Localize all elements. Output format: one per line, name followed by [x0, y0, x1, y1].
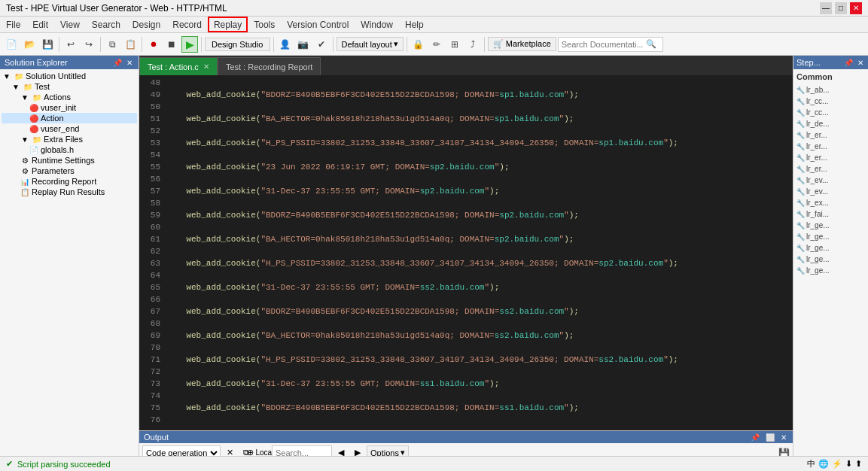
- output-search-input[interactable]: [272, 445, 332, 457]
- action-icon: 🔴: [29, 125, 39, 133]
- menu-record[interactable]: Record: [166, 17, 208, 32]
- output-header: Output 📌 ⬜ ✕: [139, 431, 793, 443]
- tb-sep-2: [100, 37, 101, 52]
- tb-default-layout-button[interactable]: Default layout ▾: [337, 37, 404, 51]
- step-item[interactable]: 🔧lr_er...: [796, 152, 865, 163]
- step-close-button[interactable]: ✕: [856, 59, 865, 67]
- step-item[interactable]: 🔧lr_ab...: [796, 84, 865, 96]
- se-close-button[interactable]: ✕: [125, 59, 134, 67]
- tb-grid-icon[interactable]: ⊞: [446, 36, 463, 53]
- menu-replay[interactable]: Replay: [208, 17, 248, 32]
- menu-edit[interactable]: Edit: [26, 17, 54, 32]
- tb-export-icon[interactable]: ⤴: [464, 36, 481, 53]
- tb-snapshot-button[interactable]: 📷: [295, 36, 312, 53]
- tb-save-button[interactable]: 💾: [39, 36, 56, 53]
- step-item[interactable]: 🔧lr_ev...: [796, 175, 865, 186]
- tb-redo-button[interactable]: ↪: [81, 36, 97, 53]
- maximize-button[interactable]: □: [835, 2, 847, 14]
- search-documentation-input[interactable]: [562, 40, 644, 49]
- menu-tools[interactable]: Tools: [248, 17, 281, 32]
- minimize-button[interactable]: —: [820, 2, 832, 14]
- step-panel-content: Common 🔧lr_ab... 🔧lr_cc... 🔧lr_cc... 🔧lr…: [793, 69, 868, 456]
- output-float-button[interactable]: ⬜: [764, 433, 776, 442]
- tb-pen-icon[interactable]: ✏: [428, 36, 445, 53]
- tb-record-start-button[interactable]: ⏺: [145, 36, 162, 53]
- output-search-prev-button[interactable]: ◀: [333, 445, 349, 457]
- step-item[interactable]: 🔧lr_ge...: [796, 220, 865, 231]
- output-options-button[interactable]: Options ▾: [367, 445, 409, 457]
- close-button[interactable]: ✕: [850, 2, 862, 14]
- step-label: lr_er...: [806, 153, 827, 162]
- tab-action-c[interactable]: Test : Action.c ✕: [139, 57, 218, 75]
- step-item[interactable]: 🔧lr_cc...: [796, 96, 865, 107]
- tb-sep-4: [201, 37, 202, 52]
- step-item[interactable]: 🔧lr_er...: [796, 141, 865, 152]
- tb-sep-1: [59, 37, 59, 52]
- output-pin-button[interactable]: 📌: [749, 433, 761, 442]
- menu-file[interactable]: File: [0, 17, 26, 32]
- step-item[interactable]: 🔧lr_ev...: [796, 186, 865, 197]
- step-item[interactable]: 🔧lr_ge...: [796, 231, 865, 242]
- output-close-button[interactable]: ✕: [779, 433, 788, 442]
- tb-checkmark-button[interactable]: ✔: [313, 36, 330, 53]
- step-pin-button[interactable]: 📌: [842, 59, 854, 67]
- tb-new-button[interactable]: 📄: [3, 36, 20, 53]
- tb-design-studio-button[interactable]: Design Studio: [205, 38, 270, 51]
- tb-lock-icon[interactable]: 🔒: [410, 36, 427, 53]
- output-save-button[interactable]: 💾: [778, 448, 790, 457]
- step-item[interactable]: 🔧lr_cc...: [796, 107, 865, 118]
- step-item[interactable]: 🔧lr_fai...: [796, 208, 865, 220]
- se-pin-button[interactable]: 📌: [111, 59, 123, 67]
- tree-item-actions[interactable]: ▼ 📁 Actions: [2, 92, 137, 102]
- step-item[interactable]: 🔧lr_ge...: [796, 265, 865, 276]
- tree-item-runtime-settings[interactable]: ⚙ Runtime Settings: [2, 155, 137, 166]
- tree-item-globals[interactable]: 📄 globals.h: [2, 144, 137, 155]
- menu-design[interactable]: Design: [126, 17, 166, 32]
- tree-item-replay-run-results[interactable]: 📋 Replay Run Results: [2, 187, 137, 197]
- tb-paste-button[interactable]: 📋: [122, 36, 139, 53]
- main-area: Solution Explorer 📌 ✕ ▼ 📁 Solution Untit…: [0, 56, 868, 456]
- output-search-next-button[interactable]: ▶: [350, 445, 365, 457]
- step-icon: 🔧: [796, 245, 805, 252]
- editor-area: Test : Action.c ✕ Test : Recording Repor…: [139, 56, 793, 430]
- tb-play-button[interactable]: ▶: [181, 36, 198, 53]
- step-item[interactable]: 🔧lr_ge...: [796, 254, 865, 265]
- code-line: 59 web_add_cookie("BDORZ=B490B5EBF6F3CD4…: [139, 211, 793, 223]
- tree-item-test[interactable]: ▼ 📁 Test: [2, 81, 137, 92]
- menu-window[interactable]: Window: [355, 17, 399, 32]
- output-locate-button[interactable]: ⊕ Locate: [255, 445, 270, 457]
- solution-explorer-panel: Solution Explorer 📌 ✕ ▼ 📁 Solution Untit…: [0, 56, 139, 456]
- tree-item-extra-files[interactable]: ▼ 📁 Extra Files: [2, 134, 137, 144]
- tab-recording-report[interactable]: Test : Recording Report: [218, 57, 321, 75]
- code-line: 57 web_add_cookie("31-Dec-37 23:55:55 GM…: [139, 187, 793, 199]
- tree-item-vuser-init[interactable]: 🔴 vuser_init: [2, 102, 137, 113]
- tb-vus-button[interactable]: 👤: [277, 36, 294, 53]
- output-toolbar: Code generation ✕ ⧉ ⊕ Locate ◀ ▶ Options…: [139, 443, 793, 456]
- step-icon: 🔧: [796, 166, 805, 173]
- step-item[interactable]: 🔧lr_er...: [796, 163, 865, 175]
- step-item[interactable]: 🔧lr_ge...: [796, 242, 865, 254]
- tb-undo-button[interactable]: ↩: [62, 36, 79, 53]
- tb-record-stop-button[interactable]: ⏹: [163, 36, 180, 53]
- tree-item-action[interactable]: 🔴 Action: [2, 113, 137, 123]
- step-item[interactable]: 🔧lr_ex...: [796, 197, 865, 208]
- step-item[interactable]: 🔧lr_de...: [796, 118, 865, 129]
- tb-marketplace-button[interactable]: 🛒 Marketplace: [488, 37, 556, 51]
- solution-explorer-content: ▼ 📁 Solution Untitled ▼ 📁 Test ▼ 📁 Actio…: [0, 69, 139, 456]
- tb-open-button[interactable]: 📂: [21, 36, 38, 53]
- tree-item-vuser-end[interactable]: 🔴 vuser_end: [2, 123, 137, 134]
- output-mode-select[interactable]: Code generation: [142, 445, 221, 457]
- menu-search[interactable]: Search: [86, 17, 126, 32]
- output-clear-button[interactable]: ✕: [222, 445, 237, 457]
- tree-item-parameters[interactable]: ⚙ Parameters: [2, 166, 137, 176]
- tree-item-recording-report[interactable]: 📊 Recording Report: [2, 176, 137, 187]
- step-item[interactable]: 🔧lr_er...: [796, 129, 865, 141]
- tb-copy-button[interactable]: ⧉: [104, 36, 120, 53]
- code-line: 62: [139, 247, 793, 259]
- code-editor[interactable]: 48 49 web_add_cookie("BDORZ=B490B5EBF6F3…: [139, 75, 793, 430]
- menu-version-control[interactable]: Version Control: [281, 17, 355, 32]
- tree-item-solution[interactable]: ▼ 📁 Solution Untitled: [2, 71, 137, 81]
- tab-close-icon[interactable]: ✕: [203, 62, 209, 71]
- menu-view[interactable]: View: [54, 17, 86, 32]
- menu-help[interactable]: Help: [399, 17, 430, 32]
